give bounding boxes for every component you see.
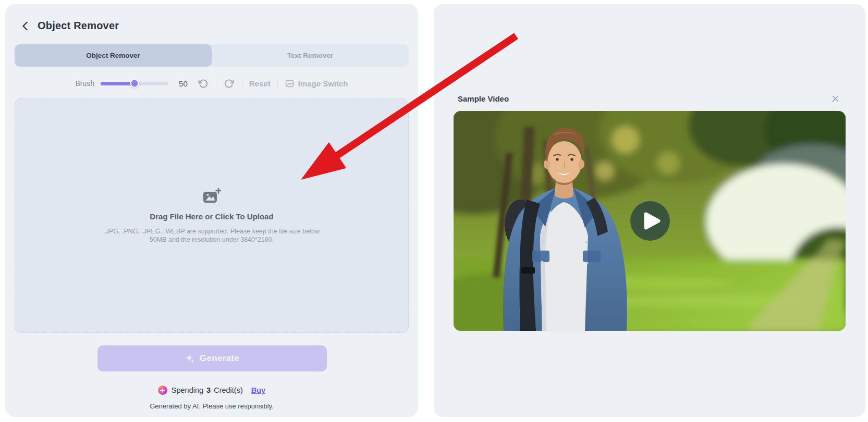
sample-panel: Sample Video bbox=[434, 4, 865, 417]
sample-video-title: Sample Video bbox=[458, 94, 509, 103]
credits-row: Spending 3 Credit(s) Buy bbox=[5, 385, 418, 395]
object-remover-app: Object Remover Object Remover Text Remov… bbox=[0, 0, 868, 422]
tab-object-remover-label: Object Remover bbox=[86, 52, 140, 59]
toolbar-divider bbox=[216, 80, 216, 88]
remover-tabs: Object Remover Text Remover bbox=[15, 44, 409, 67]
editor-panel: Object Remover Object Remover Text Remov… bbox=[5, 4, 418, 417]
generate-label: Generate bbox=[200, 353, 239, 364]
tab-text-remover-label: Text Remover bbox=[287, 52, 333, 59]
close-icon bbox=[832, 95, 839, 103]
undo-icon bbox=[198, 79, 208, 89]
image-switch-label: Image Switch bbox=[298, 79, 348, 88]
upload-hint: .JPG, .PNG, .JPEG, .WEBP are supported. … bbox=[104, 227, 320, 244]
reset-button[interactable]: Reset bbox=[249, 79, 271, 88]
brush-slider-thumb[interactable] bbox=[130, 79, 139, 88]
close-sample-button[interactable] bbox=[830, 93, 840, 104]
tab-text-remover[interactable]: Text Remover bbox=[212, 44, 409, 67]
page-title: Object Remover bbox=[38, 20, 119, 32]
upload-title: Drag File Here or Click To Upload bbox=[150, 212, 273, 221]
chevron-left-icon bbox=[20, 21, 31, 31]
credit-coin-icon bbox=[158, 386, 167, 395]
spending-suffix: Credit(s) bbox=[214, 386, 243, 394]
upload-hint-line1: .JPG, .PNG, .JPEG, .WEBP are supported. … bbox=[104, 227, 320, 235]
add-image-icon bbox=[202, 188, 221, 204]
generate-button[interactable]: Generate bbox=[97, 345, 327, 371]
back-button[interactable] bbox=[20, 20, 31, 32]
ai-disclaimer: Generated by AI. Please use responsibly. bbox=[5, 402, 418, 410]
upload-hint-line2: 50MB and the resolution under 3840*2160. bbox=[104, 235, 320, 244]
toolbar-divider bbox=[277, 80, 278, 88]
redo-icon bbox=[224, 79, 234, 89]
upload-dropzone[interactable]: Drag File Here or Click To Upload .JPG, … bbox=[15, 98, 409, 333]
sample-video-header: Sample Video bbox=[458, 93, 840, 104]
toolbar-divider bbox=[242, 80, 242, 88]
redo-button[interactable] bbox=[223, 79, 235, 89]
page-header: Object Remover bbox=[20, 20, 119, 32]
brush-size-value: 50 bbox=[179, 79, 188, 88]
spending-prefix: Spending bbox=[172, 386, 203, 394]
sample-video-scene bbox=[454, 111, 846, 331]
undo-button[interactable] bbox=[197, 79, 209, 89]
brush-label: Brush bbox=[76, 79, 95, 88]
brush-slider-fill bbox=[101, 82, 135, 85]
brush-size-slider[interactable] bbox=[101, 82, 168, 85]
tab-object-remover[interactable]: Object Remover bbox=[15, 44, 212, 67]
image-switch-button[interactable]: Image Switch bbox=[285, 79, 348, 89]
brush-toolbar: Brush 50 Reset bbox=[5, 75, 418, 92]
credit-amount: 3 bbox=[206, 386, 211, 394]
sparkle-icon bbox=[185, 354, 195, 364]
reset-label: Reset bbox=[249, 79, 271, 88]
play-button bbox=[630, 201, 670, 241]
sample-video-thumbnail[interactable] bbox=[454, 111, 846, 331]
buy-credits-link[interactable]: Buy bbox=[251, 386, 265, 394]
image-switch-icon bbox=[285, 79, 295, 89]
